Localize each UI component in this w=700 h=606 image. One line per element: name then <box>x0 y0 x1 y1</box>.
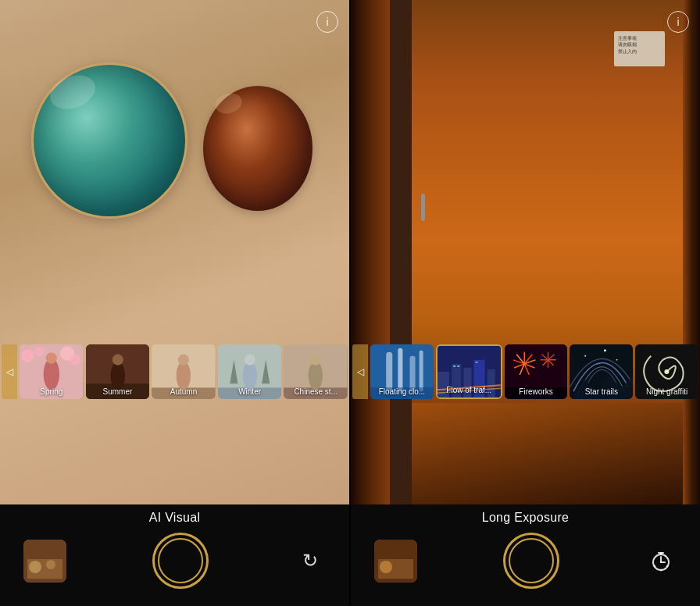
right-controls-row <box>351 533 700 589</box>
left-controls-row: ↻ <box>0 533 349 589</box>
svg-rect-44 <box>457 365 459 367</box>
copper-mirror <box>203 86 312 211</box>
chinese-style-label: Chinese st... <box>284 387 348 396</box>
svg-point-24 <box>310 355 321 365</box>
right-wall <box>683 0 700 504</box>
left-shutter-button[interactable] <box>152 533 209 589</box>
teal-mirror <box>31 62 188 219</box>
right-info-button[interactable]: i <box>667 11 689 33</box>
door-frame-left <box>390 0 412 504</box>
right-bottom-bar: Long Exposure <box>351 504 700 606</box>
thumbnail-fireworks[interactable]: Fireworks <box>505 344 568 399</box>
svg-point-28 <box>46 560 55 569</box>
left-camera-view: i ◁ Spring <box>0 0 349 504</box>
left-bottom-bar: AI Visual ↻ <box>0 504 349 606</box>
info-button[interactable]: i <box>316 11 338 33</box>
door-handle <box>421 194 425 221</box>
autumn-label: Autumn <box>152 387 216 396</box>
svg-point-14 <box>178 355 189 365</box>
svg-point-1 <box>21 349 34 362</box>
night-graffiti-label: Night graffiti <box>635 387 698 396</box>
right-panel: 注意事项 请勿吸烟 禁止入内 i ◁ <box>351 0 700 606</box>
svg-point-9 <box>110 362 124 390</box>
right-shutter-button[interactable] <box>503 533 559 589</box>
left-background <box>0 0 349 504</box>
svg-point-20 <box>244 355 255 365</box>
svg-rect-32 <box>409 356 415 391</box>
svg-point-80 <box>654 565 656 568</box>
right-mode-title: Long Exposure <box>482 511 570 525</box>
shutter-inner-ring <box>158 538 203 583</box>
right-thumbnail-strip: ◁ Floating clo... <box>351 340 700 403</box>
flow-of-traffic-label: Flow of traf... <box>438 386 501 394</box>
left-panel: i ◁ Spring <box>0 0 349 606</box>
svg-point-19 <box>242 362 256 390</box>
right-shutter-inner-ring <box>509 538 554 583</box>
door-notice: 注意事项 请勿吸烟 禁止入内 <box>614 31 665 66</box>
winter-label: Winter <box>218 387 282 396</box>
right-scroll-arrow[interactable]: ◁ <box>352 344 368 399</box>
thumbnail-night-graffiti[interactable]: Night graffiti <box>635 344 698 399</box>
svg-point-81 <box>660 569 662 572</box>
svg-rect-31 <box>398 348 402 392</box>
left-wall <box>351 0 394 504</box>
svg-rect-45 <box>475 362 477 363</box>
svg-point-10 <box>112 355 123 365</box>
fireworks-label: Fireworks <box>505 387 568 396</box>
right-timer-button[interactable] <box>645 545 677 576</box>
floating-clouds-label: Floating clo... <box>370 387 434 396</box>
svg-point-67 <box>585 355 587 357</box>
svg-point-6 <box>46 353 57 364</box>
svg-rect-33 <box>420 351 423 392</box>
right-gallery-preview[interactable] <box>374 540 417 583</box>
left-gallery-preview[interactable] <box>23 540 66 583</box>
thumbnail-autumn[interactable]: Autumn <box>152 344 216 399</box>
spring-label: Spring <box>20 387 84 396</box>
thumbnail-chinese-style[interactable]: Chinese st... <box>284 344 348 399</box>
svg-point-71 <box>665 369 670 374</box>
left-thumbnail-strip: ◁ Spring <box>0 340 349 403</box>
svg-rect-30 <box>386 352 392 391</box>
summer-label: Summer <box>86 387 150 396</box>
thumbnail-flow-of-traffic[interactable]: Flow of traf... <box>436 344 502 399</box>
svg-point-27 <box>29 561 41 573</box>
thumbnail-spring[interactable]: Spring <box>20 344 84 399</box>
thumbnail-summer[interactable]: Summer <box>86 344 150 399</box>
svg-point-68 <box>604 349 606 351</box>
left-scroll-arrow[interactable]: ◁ <box>2 344 17 399</box>
svg-point-2 <box>34 347 44 356</box>
thumbnail-floating-clouds[interactable]: Floating clo... <box>370 344 434 399</box>
svg-rect-43 <box>453 365 455 367</box>
thumbnail-star-trails[interactable]: Star trails <box>570 344 633 399</box>
star-trails-label: Star trails <box>570 387 633 396</box>
thumbnail-winter[interactable]: Winter <box>218 344 282 399</box>
timer-icon <box>649 549 673 572</box>
svg-point-74 <box>380 561 392 573</box>
left-flip-button[interactable]: ↻ <box>295 545 326 576</box>
svg-point-82 <box>666 565 669 568</box>
svg-point-69 <box>616 359 618 361</box>
svg-point-4 <box>70 355 80 365</box>
right-camera-view: 注意事项 请勿吸烟 禁止入内 i ◁ <box>351 0 700 504</box>
left-mode-title: AI Visual <box>149 511 201 525</box>
svg-point-23 <box>309 362 323 390</box>
svg-point-13 <box>177 362 191 390</box>
